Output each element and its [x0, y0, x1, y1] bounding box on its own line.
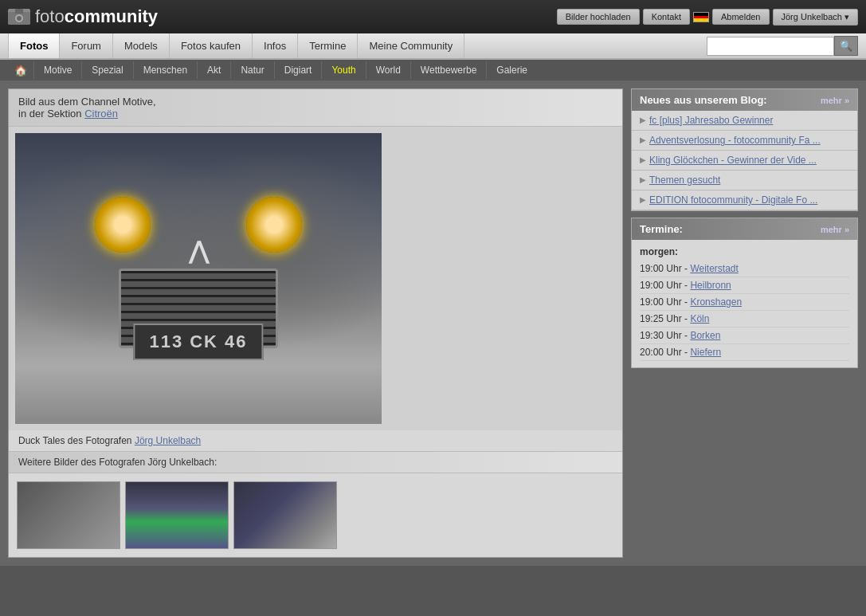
termine-item-0: 19:00 Uhr - Weiterstadt: [640, 261, 849, 277]
sub-item-world[interactable]: World: [366, 61, 410, 79]
nav-item-termine[interactable]: Termine: [298, 33, 358, 58]
blog-mehr-link[interactable]: mehr »: [821, 96, 849, 105]
blog-item-2: ▶ Kling Glöckchen - Gewinner der Vide ..…: [632, 151, 857, 171]
sub-item-digiart[interactable]: Digiart: [274, 61, 322, 79]
blog-header: Neues aus unserem Blog: mehr »: [632, 89, 857, 111]
photo-credit: Duck Tales des Fotografen Jörg Unkelbach: [9, 430, 622, 451]
search-input[interactable]: [707, 37, 834, 56]
headlight-left: [95, 197, 151, 253]
sub-item-akt[interactable]: Akt: [197, 61, 230, 79]
termine-time-5: 20:00 Uhr -: [640, 347, 688, 358]
sub-item-spezial[interactable]: Spezial: [81, 61, 132, 79]
blog-link-1[interactable]: Adventsverlosung - fotocommunity Fa ...: [649, 135, 821, 146]
site-header: fotocommunity Bilder hochladen Kontakt A…: [0, 0, 866, 33]
nav-item-fotos[interactable]: Fotos: [8, 33, 60, 58]
termine-city-2[interactable]: Kronshagen: [690, 296, 742, 308]
blog-arrow-icon: ▶: [640, 195, 646, 204]
main-photo[interactable]: ⋀ 113 CK 46 Duck Tales: [15, 133, 382, 424]
blog-title: Neues aus unserem Blog:: [640, 94, 767, 106]
termine-time-2: 19:00 Uhr -: [640, 296, 688, 308]
nav-item-infos[interactable]: Infos: [253, 33, 298, 58]
logout-button[interactable]: Abmelden: [712, 9, 770, 25]
blog-item-1: ▶ Adventsverlosung - fotocommunity Fa ..…: [632, 131, 857, 151]
channel-section-prefix: in der Sektion: [18, 108, 82, 120]
home-icon[interactable]: 🏠: [8, 62, 33, 79]
termine-item-5: 20:00 Uhr - Niefern: [640, 344, 849, 361]
channel-section-link[interactable]: Citroën: [84, 108, 118, 120]
nav-item-fotos-kaufen[interactable]: Fotos kaufen: [170, 33, 253, 58]
content-wrapper: Bild aus dem Channel Motive, in der Sekt…: [0, 80, 866, 566]
blog-link-3[interactable]: Themen gesucht: [649, 175, 720, 186]
site-logo[interactable]: fotocommunity: [8, 6, 158, 27]
sub-item-galerie[interactable]: Galerie: [486, 61, 537, 79]
blog-arrow-icon: ▶: [640, 175, 646, 184]
blog-item-0: ▶ fc [plus] Jahresabo Gewinner: [632, 111, 857, 131]
sub-navigation: 🏠 Motive Spezial Menschen Akt Natur Digi…: [0, 60, 866, 80]
termine-mehr-link[interactable]: mehr »: [821, 225, 849, 234]
termine-time-3: 19:25 Uhr -: [640, 313, 688, 324]
sub-item-menschen[interactable]: Menschen: [133, 61, 197, 79]
thumbnails-row: [9, 473, 622, 557]
channel-header: Bild aus dem Channel Motive, in der Sekt…: [9, 89, 622, 127]
sub-item-wettbewerbe[interactable]: Wettbewerbe: [410, 61, 486, 79]
termine-city-4[interactable]: Borken: [690, 330, 720, 341]
termine-item-1: 19:00 Uhr - Heilbronn: [640, 277, 849, 294]
svg-rect-3: [15, 9, 23, 14]
termine-day-label: morgen:: [640, 246, 849, 257]
user-menu-button[interactable]: Jörg Unkelbach ▾: [773, 9, 859, 26]
sub-item-motive[interactable]: Motive: [33, 61, 81, 79]
sub-item-natur[interactable]: Natur: [230, 61, 273, 79]
search-button[interactable]: 🔍: [834, 36, 858, 56]
sub-item-youth[interactable]: Youth: [321, 61, 365, 79]
more-photos-header: Weitere Bilder des Fotografen Jörg Unkel…: [9, 451, 622, 473]
blog-arrow-icon: ▶: [640, 116, 646, 124]
termine-time-1: 19:00 Uhr -: [640, 280, 688, 291]
termine-content: morgen: 19:00 Uhr - Weiterstadt 19:00 Uh…: [632, 240, 857, 367]
language-flag[interactable]: [693, 12, 709, 22]
blog-link-4[interactable]: EDITION fotocommunity - Digitale Fo ...: [649, 194, 817, 206]
main-panel: Bild aus dem Channel Motive, in der Sekt…: [8, 88, 623, 558]
license-plate: 113 CK 46: [133, 324, 263, 360]
main-image-container: ⋀ 113 CK 46 Duck Tales: [9, 127, 622, 430]
termine-city-3[interactable]: Köln: [690, 313, 709, 324]
termine-city-1[interactable]: Heilbronn: [690, 280, 731, 291]
logo-text: fotocommunity: [35, 6, 158, 27]
right-panel: Neues aus unserem Blog: mehr » ▶ fc [plu…: [631, 88, 858, 558]
nav-item-forum[interactable]: Forum: [60, 33, 113, 58]
blog-box: Neues aus unserem Blog: mehr » ▶ fc [plu…: [631, 88, 858, 211]
main-navigation: Fotos Forum Models Fotos kaufen Infos Te…: [0, 33, 866, 60]
blog-item-4: ▶ EDITION fotocommunity - Digitale Fo ..…: [632, 190, 857, 210]
svg-point-2: [17, 16, 22, 21]
blog-item-3: ▶ Themen gesucht: [632, 171, 857, 190]
termine-city-5[interactable]: Niefern: [690, 347, 721, 358]
search-box: 🔍: [707, 36, 858, 56]
termine-item-2: 19:00 Uhr - Kronshagen: [640, 294, 849, 311]
header-actions: Bilder hochladen Kontakt Abmelden Jörg U…: [557, 9, 858, 26]
contact-button[interactable]: Kontakt: [643, 9, 690, 25]
upload-button[interactable]: Bilder hochladen: [557, 9, 640, 25]
blog-link-2[interactable]: Kling Glöckchen - Gewinner der Vide ...: [649, 155, 817, 166]
citroen-logo: ⋀: [189, 237, 209, 265]
thumbnail-3[interactable]: [233, 481, 337, 549]
blog-arrow-icon: ▶: [640, 135, 646, 144]
blog-arrow-icon: ▶: [640, 155, 646, 164]
thumbnail-2[interactable]: [125, 481, 229, 549]
termine-item-3: 19:25 Uhr - Köln: [640, 311, 849, 328]
termine-item-4: 19:30 Uhr - Borken: [640, 328, 849, 344]
nav-item-models[interactable]: Models: [113, 33, 170, 58]
termine-box: Termine: mehr » morgen: 19:00 Uhr - Weit…: [631, 218, 858, 368]
camera-icon: [8, 9, 30, 25]
termine-time-0: 19:00 Uhr -: [640, 263, 688, 274]
channel-title: Bild aus dem Channel Motive,: [18, 96, 156, 108]
termine-city-0[interactable]: Weiterstadt: [690, 263, 738, 274]
nav-item-meine-community[interactable]: Meine Community: [358, 33, 464, 58]
headlight-right: [246, 197, 302, 253]
thumbnail-1[interactable]: [17, 481, 120, 549]
blog-link-0[interactable]: fc [plus] Jahresabo Gewinner: [649, 115, 773, 126]
termine-time-4: 19:30 Uhr -: [640, 330, 688, 341]
photographer-link[interactable]: Jörg Unkelbach: [135, 435, 201, 446]
termine-header: Termine: mehr »: [632, 218, 857, 240]
photo-credit-prefix: Duck Tales des Fotografen: [18, 435, 132, 446]
termine-title: Termine:: [640, 223, 683, 235]
